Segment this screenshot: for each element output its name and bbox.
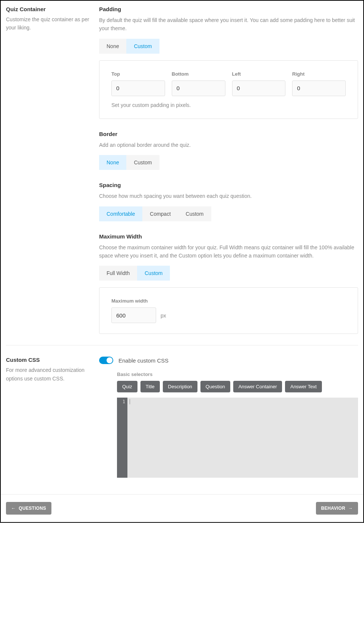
maxwidth-tab-full[interactable]: Full Width: [99, 266, 137, 281]
quiz-container-desc: Customize the quiz container as per your…: [6, 15, 92, 32]
border-tabs: None Custom: [99, 155, 159, 170]
prev-button[interactable]: ← QUESTIONS: [6, 502, 51, 515]
border-tab-custom[interactable]: Custom: [126, 155, 159, 170]
custom-css-desc: For more advanced customization options …: [6, 366, 92, 383]
spacing-tab-custom[interactable]: Custom: [178, 206, 211, 221]
border-desc: Add an optional border around the quiz.: [99, 141, 358, 149]
enable-css-toggle[interactable]: [99, 357, 113, 364]
editor-gutter: 1: [117, 398, 127, 478]
maxwidth-tab-custom[interactable]: Custom: [137, 266, 170, 281]
spacing-title: Spacing: [99, 182, 358, 188]
padding-left-input[interactable]: [232, 80, 286, 96]
selector-quiz[interactable]: Quiz: [117, 381, 137, 392]
padding-left-label: Left: [232, 71, 286, 77]
padding-panel: Top Bottom Left Right: [99, 60, 358, 119]
selector-buttons: Quiz Title Description Question Answer C…: [117, 381, 358, 392]
padding-top-input[interactable]: [111, 80, 165, 96]
padding-bottom-label: Bottom: [172, 71, 225, 77]
editor-area[interactable]: [127, 398, 358, 478]
basic-selectors-label: Basic selectors: [117, 372, 358, 377]
next-label: BEHAVIOR: [321, 506, 345, 511]
maxwidth-input[interactable]: [111, 307, 156, 323]
enable-css-label: Enable custom CSS: [118, 357, 168, 364]
border-title: Border: [99, 131, 358, 137]
spacing-tab-comfortable[interactable]: Comfortable: [99, 206, 142, 221]
maxwidth-tabs: Full Width Custom: [99, 266, 170, 281]
padding-right-label: Right: [292, 71, 346, 77]
maxwidth-panel: Maximum width px: [99, 287, 358, 334]
selector-title[interactable]: Title: [140, 381, 160, 392]
padding-tabs: None Custom: [99, 39, 159, 54]
css-editor[interactable]: 1: [117, 398, 358, 478]
footer-nav: ← QUESTIONS BEHAVIOR →: [1, 494, 363, 522]
padding-hint: Set your custom padding in pixels.: [111, 102, 346, 108]
next-button[interactable]: BEHAVIOR →: [316, 502, 358, 515]
selector-description[interactable]: Description: [163, 381, 197, 392]
arrow-right-icon: →: [348, 506, 353, 511]
border-tab-none[interactable]: None: [99, 155, 126, 170]
quiz-container-title: Quiz Container: [6, 6, 92, 12]
maxwidth-unit: px: [161, 313, 166, 323]
maxwidth-title: Maximum Width: [99, 233, 358, 240]
selector-answer-text[interactable]: Answer Text: [285, 381, 322, 392]
selector-question[interactable]: Question: [200, 381, 230, 392]
padding-bottom-input[interactable]: [172, 80, 225, 96]
padding-desc: By default the quiz will fill the availa…: [99, 16, 358, 33]
arrow-left-icon: ←: [11, 506, 16, 511]
custom-css-title: Custom CSS: [6, 357, 92, 363]
spacing-desc: Choose how much spacing you want between…: [99, 192, 358, 200]
line-number: 1: [117, 399, 125, 404]
toggle-knob: [107, 357, 113, 363]
maxwidth-label: Maximum width: [111, 298, 156, 304]
padding-tab-custom[interactable]: Custom: [126, 39, 159, 54]
padding-right-input[interactable]: [292, 80, 346, 96]
padding-tab-none[interactable]: None: [99, 39, 126, 54]
spacing-tabs: Comfortable Compact Custom: [99, 206, 211, 221]
prev-label: QUESTIONS: [19, 506, 46, 511]
padding-title: Padding: [99, 6, 358, 12]
maxwidth-desc: Choose the maximum container width for y…: [99, 243, 358, 260]
spacing-tab-compact[interactable]: Compact: [142, 206, 178, 221]
padding-top-label: Top: [111, 71, 165, 77]
selector-answer-container[interactable]: Answer Container: [233, 381, 282, 392]
